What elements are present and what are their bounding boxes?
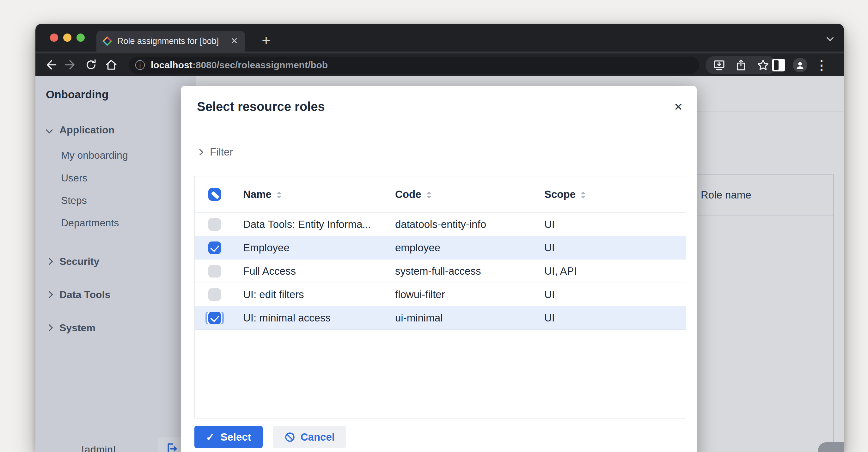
browser-tab[interactable]: Role assignments for [bob] ✕ — [96, 31, 245, 52]
table-row[interactable]: Data Tools: Entity Informa...datatools-e… — [195, 213, 686, 236]
select-button[interactable]: ✓ Select — [194, 426, 263, 448]
cell-code: employee — [386, 242, 535, 254]
star-icon — [756, 58, 770, 72]
cancel-button[interactable]: Cancel — [273, 426, 346, 448]
sort-icon[interactable] — [581, 191, 586, 199]
row-checkbox[interactable] — [208, 265, 221, 277]
row-checkbox[interactable] — [208, 218, 221, 231]
checkbox-cell — [195, 241, 234, 254]
tab-title: Role assignments for [bob] — [117, 36, 229, 46]
favicon-jmix-icon — [102, 36, 112, 46]
cell-name: UI: edit filters — [234, 289, 386, 301]
chevron-right-icon — [196, 149, 203, 155]
dialog-buttons: ✓ Select Cancel — [194, 426, 346, 448]
toolbar-extensions-group — [706, 56, 777, 74]
cell-name: Employee — [234, 242, 386, 254]
row-checkbox[interactable] — [208, 312, 221, 324]
url-text: localhost:8080/sec/roleassignment/bob — [151, 60, 328, 70]
url-bar[interactable]: ⓘ localhost:8080/sec/roleassignment/bob — [129, 57, 699, 73]
cell-code: datatools-entity-info — [386, 218, 535, 231]
column-header-scope[interactable]: Scope — [535, 188, 686, 201]
row-checkbox[interactable] — [208, 241, 221, 254]
home-icon — [104, 58, 118, 72]
download-screen-icon — [712, 58, 726, 72]
column-label: Name — [243, 188, 272, 200]
sort-icon[interactable] — [277, 191, 282, 199]
cell-scope: UI — [535, 218, 686, 231]
cell-code: flowui-filter — [386, 289, 535, 301]
check-icon: ✓ — [206, 431, 215, 444]
cell-code: system-full-access — [386, 265, 535, 277]
cell-scope: UI — [535, 242, 686, 254]
side-panel-icon — [772, 59, 785, 71]
share-button[interactable] — [734, 58, 748, 72]
back-button[interactable] — [40, 55, 61, 75]
save-to-device-button[interactable] — [712, 58, 726, 72]
minimize-window-button[interactable] — [63, 33, 71, 42]
cell-scope: UI, API — [535, 265, 686, 277]
browser-window: Role assignments for [bob] ✕ + — [35, 24, 844, 452]
column-header-code[interactable]: Code — [386, 188, 535, 201]
browser-toolbar: ⓘ localhost:8080/sec/roleassignment/bob — [35, 52, 844, 76]
filter-expander[interactable]: Filter — [197, 145, 233, 159]
close-window-button[interactable] — [50, 33, 58, 42]
tab-strip-chevron-down-icon[interactable] — [828, 35, 833, 41]
checkbox-cell — [195, 288, 234, 301]
url-path: :8080/sec/roleassignment/bob — [192, 60, 328, 70]
ban-icon — [284, 431, 296, 443]
back-arrow-icon — [43, 58, 58, 72]
home-button[interactable] — [101, 55, 121, 75]
three-dot-menu-icon: ⋮ — [815, 58, 828, 72]
close-icon: ✕ — [674, 100, 683, 113]
profile-avatar-icon — [793, 58, 807, 72]
bookmark-button[interactable] — [756, 58, 770, 72]
window-controls — [50, 33, 85, 42]
site-info-icon[interactable]: ⓘ — [135, 60, 145, 70]
filter-label: Filter — [210, 146, 233, 158]
cell-name: Data Tools: Entity Informa... — [234, 218, 386, 231]
cell-code: ui-minimal — [386, 312, 535, 324]
person-icon — [795, 60, 805, 70]
cancel-button-label: Cancel — [301, 431, 335, 443]
side-panel-button[interactable] — [769, 56, 788, 74]
tab-close-icon[interactable]: ✕ — [229, 35, 239, 47]
table-row[interactable]: EmployeeemployeeUI — [195, 236, 686, 260]
zoom-window-button[interactable] — [76, 33, 85, 42]
resource-roles-table: Name Code Scope Data Tools: Entity Infor… — [194, 176, 686, 419]
table-row[interactable]: UI: minimal accessui-minimalUI — [195, 306, 686, 330]
dialog-title: Select resource roles — [197, 99, 325, 114]
table-header-row: Name Code Scope — [195, 176, 686, 213]
cell-name: Full Access — [234, 265, 386, 277]
reload-icon — [84, 58, 98, 71]
cell-scope: UI — [535, 289, 686, 301]
select-all-checkbox[interactable] — [208, 188, 221, 201]
cell-name: UI: minimal access — [234, 312, 386, 324]
forward-button[interactable] — [61, 55, 81, 75]
table-rows: Data Tools: Entity Informa...datatools-e… — [195, 213, 686, 330]
url-host: localhost — [151, 60, 192, 70]
checkbox-cell — [195, 265, 234, 277]
cell-scope: UI — [535, 312, 686, 324]
browser-titlebar: Role assignments for [bob] ✕ + — [35, 24, 844, 52]
row-checkbox[interactable] — [208, 288, 221, 301]
sort-icon[interactable] — [426, 191, 431, 199]
select-button-label: Select — [221, 431, 251, 443]
table-row[interactable]: UI: edit filtersflowui-filterUI — [195, 283, 686, 306]
reload-button[interactable] — [81, 55, 101, 75]
column-label: Scope — [544, 188, 576, 200]
table-row[interactable]: Full Accesssystem-full-accessUI, API — [195, 260, 686, 283]
dialog-close-button[interactable]: ✕ — [671, 99, 686, 115]
profile-button[interactable] — [791, 56, 809, 74]
column-label: Code — [395, 188, 421, 200]
share-icon — [734, 58, 748, 72]
forward-arrow-icon — [64, 58, 78, 72]
checkbox-cell — [195, 218, 234, 231]
browser-menu-button[interactable]: ⋮ — [812, 56, 831, 74]
checkbox-cell — [195, 312, 234, 324]
column-header-name[interactable]: Name — [234, 188, 386, 201]
select-resource-roles-dialog: Select resource roles ✕ Filter Name Code… — [181, 86, 697, 452]
page-content: Onboarding Application My onboarding Use… — [35, 76, 844, 452]
new-tab-button[interactable]: + — [257, 31, 276, 50]
